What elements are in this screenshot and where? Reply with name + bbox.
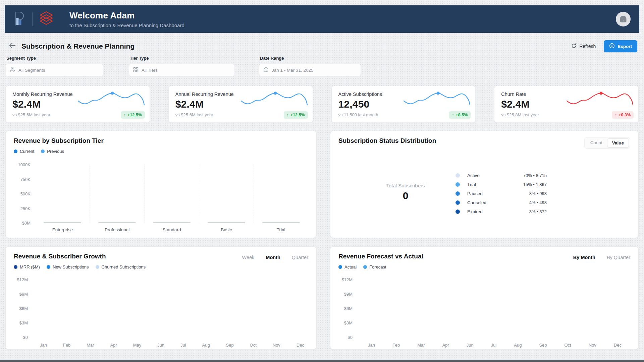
y-tick-label: 500K [20, 191, 31, 196]
month-label: Feb [63, 343, 70, 348]
export-button[interactable]: Export [604, 40, 637, 52]
grid-icon [133, 67, 139, 73]
y-tick-label: 250K [20, 206, 31, 211]
filter-value: All Segments [18, 68, 45, 73]
month-label: Jan [40, 343, 47, 348]
tier-category-column [90, 165, 144, 223]
period-tab[interactable]: By Month [573, 255, 595, 260]
forecast-x-axis: Jan Feb Mar Apr Jun Jul Aug Sep Oct [368, 343, 622, 348]
tier-category-label: Enterprise [35, 227, 90, 232]
legend-label: Actual [344, 264, 357, 269]
segment-type-select[interactable]: All Segments [5, 64, 103, 76]
chart-legend: Actual Forecast [338, 264, 423, 269]
avatar[interactable] [616, 12, 631, 26]
legend-dot [96, 265, 99, 269]
filters-row: Segment Type All Segments Tier Type [5, 56, 361, 76]
legend-dot [338, 265, 342, 269]
status-dot [455, 200, 460, 205]
month-label: Sep [539, 343, 547, 348]
status-label: Trial [467, 182, 476, 187]
export-download-icon [609, 43, 615, 50]
month-label: Oct [250, 343, 257, 348]
month-label: Aug [202, 343, 210, 348]
toggle-option[interactable]: Count [586, 138, 607, 147]
legend-item: MRR ($M) [14, 264, 40, 269]
growth-y-axis: $12M $9M $6M $3M $0 [14, 280, 33, 337]
status-dot [455, 182, 460, 187]
panel-title: Revenue & Subscriber Growth [14, 253, 146, 260]
back-arrow-icon [9, 42, 16, 50]
status-label: Expired [467, 209, 483, 214]
date-range-select[interactable]: Jan 1 - Mar 31, 2025 [259, 64, 361, 76]
month-label: Jan [368, 343, 375, 348]
y-tick-label: $9M [19, 292, 28, 297]
trend-arrow-icon: ↑ [452, 113, 454, 117]
kpi-card: Churn Rate $2.4M vs $25.8M last year ↑ +… [494, 86, 639, 123]
kpi-row: Monthly Recurring Revenue $2.4M vs $25.6… [5, 86, 639, 123]
legend-dot [41, 149, 45, 153]
y-tick-label: $3M [344, 320, 353, 325]
status-label: Paused [467, 191, 483, 196]
zero-value-bar [208, 222, 245, 223]
clock-icon [263, 67, 269, 73]
trend-delta: +8.5% [455, 113, 468, 117]
month-label: Aug [514, 343, 522, 348]
tier-category-label: Trial [254, 227, 308, 232]
status-value: 8% • 993 [529, 191, 547, 196]
y-tick-label: 750K [20, 177, 31, 182]
toggle-option[interactable]: Value [607, 138, 629, 147]
refresh-icon [571, 43, 577, 50]
growth-line-chart: $12M $9M $6M $3M $0 [14, 280, 308, 337]
period-tab[interactable]: Quarter [292, 255, 308, 260]
filter-segment-type: Segment Type All Segments [5, 56, 103, 76]
donut-center: Total Subscribers 0 [384, 182, 427, 216]
growth-plot-area [33, 280, 308, 337]
app-header: Welcome Adam to the Subscription & Reven… [5, 5, 639, 33]
legend-dot [14, 149, 17, 153]
y-tick-label: 1000K [18, 162, 31, 167]
status-row: Paused 8% • 993 [455, 189, 547, 198]
total-subscribers-label: Total Subscribers [384, 182, 427, 189]
kpi-card: Active Subscriptions 12,450 vs 11,500 la… [331, 86, 476, 123]
status-row: Expired 3% • 372 [455, 207, 547, 216]
brand-logos [13, 11, 54, 27]
status-label: Canceled [467, 200, 486, 205]
filter-value: Jan 1 - Mar 31, 2025 [272, 68, 314, 73]
period-tab[interactable]: By Quarter [607, 255, 630, 260]
month-label: Jun [157, 343, 164, 348]
bottom-edge-strip [0, 360, 644, 362]
users-icon [10, 67, 15, 73]
filter-value: All Tiers [142, 68, 158, 73]
forecast-y-axis: $12M $9M $6M $3M $0 [338, 280, 357, 337]
page-title: Subscription & Revenue Planning [21, 42, 135, 50]
zero-value-bar [262, 222, 300, 223]
legend-item: Previous [41, 149, 64, 154]
trend-delta: +0.3% [619, 113, 631, 117]
filter-date-range: Date Range Jan 1 - Mar 31, 2025 [259, 56, 361, 76]
kpi-sparkline [239, 88, 308, 107]
tier-panel: Revenue by Subscription Tier Current Pre… [5, 131, 317, 238]
month-label: Sep [226, 343, 234, 348]
tier-plot-area [35, 165, 308, 223]
filter-tier-type: Tier Type All Tiers [129, 56, 235, 76]
status-dot [455, 191, 460, 196]
zero-value-bar [98, 222, 136, 223]
trend-arrow-icon: ↑ [287, 113, 289, 117]
legend-dot [363, 265, 367, 269]
period-tab[interactable]: Week [242, 255, 255, 260]
month-label: Apr [442, 343, 449, 348]
status-legend: Active 70% • 8,715 Trial 15% • 1,867 Pau [455, 171, 547, 216]
chart-legend: Current Previous [14, 149, 104, 154]
refresh-button[interactable]: Refresh [571, 43, 596, 50]
status-value: 4% • 498 [529, 200, 547, 205]
kpi-sparkline [565, 88, 634, 107]
status-value: 15% • 1,867 [523, 182, 547, 187]
month-label: Dec [297, 343, 304, 348]
period-tab[interactable]: Month [266, 255, 280, 260]
status-row: Canceled 4% • 498 [455, 198, 547, 207]
panel-title: Subscription Status Distribution [338, 137, 436, 144]
back-button[interactable] [7, 41, 18, 52]
legend-item: Actual [338, 264, 357, 269]
welcome-block: Welcome Adam to the Subscription & Reven… [69, 10, 184, 28]
tier-type-select[interactable]: All Tiers [129, 64, 235, 76]
